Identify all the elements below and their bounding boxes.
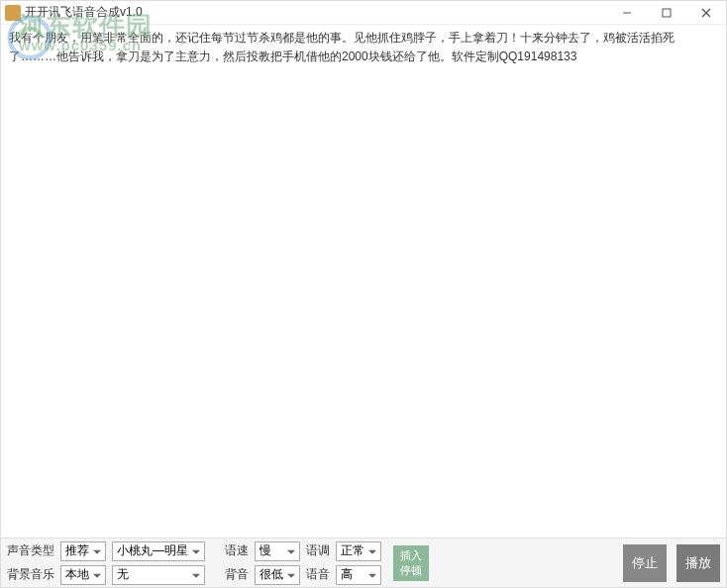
voice-type-select[interactable]: 推荐: [60, 541, 106, 561]
text-input-area[interactable]: 我有个朋友，用笔非常全面的，还记住每节过节杀鸡都是他的事。见他抓住鸡脖子，手上拿…: [1, 25, 726, 538]
svg-rect-1: [663, 9, 671, 17]
play-button[interactable]: 播放: [676, 544, 720, 582]
bg-volume-label: 背音: [225, 566, 249, 583]
tone-label: 语调: [306, 542, 330, 559]
bg-music-label: 背景音乐: [7, 566, 54, 583]
speed-label: 语速: [225, 542, 249, 559]
volume-select[interactable]: 高: [336, 565, 381, 585]
tone-select[interactable]: 正常: [336, 541, 381, 561]
insert-pause-button[interactable]: 插入 停顿: [393, 545, 429, 581]
volume-value: 高: [341, 566, 353, 583]
voice-name-select[interactable]: 小桃丸—明星: [112, 541, 205, 561]
tone-value: 正常: [341, 542, 364, 559]
voice-type-label: 声音类型: [7, 542, 54, 559]
bg-volume-value: 很低: [260, 566, 283, 583]
window-controls: [607, 1, 726, 25]
speed-value: 慢: [260, 542, 271, 559]
volume-label: 语音: [306, 566, 330, 583]
minimize-button[interactable]: [607, 1, 647, 25]
speed-select[interactable]: 慢: [255, 541, 300, 561]
bg-music-value: 无: [117, 566, 129, 583]
bg-music-source-value: 本地: [65, 566, 89, 583]
window-title: 开开讯飞语音合成v1.0: [25, 4, 143, 21]
play-label: 播放: [685, 554, 711, 572]
stop-label: 停止: [632, 554, 658, 572]
maximize-button[interactable]: [647, 1, 686, 25]
insert-pause-label: 插入 停顿: [400, 548, 422, 577]
titlebar: 开开讯飞语音合成v1.0: [1, 1, 726, 25]
text-content: 我有个朋友，用笔非常全面的，还记住每节过节杀鸡都是他的事。见他抓住鸡脖子，手上拿…: [9, 29, 718, 66]
bg-volume-select[interactable]: 很低: [255, 565, 300, 585]
voice-type-value: 推荐: [65, 542, 89, 559]
control-bar: 声音类型 推荐 小桃丸—明星 背景音乐 本地 无 语速 慢 语调 正常 背音 很…: [1, 538, 726, 587]
close-button[interactable]: [686, 1, 726, 25]
bg-music-source-select[interactable]: 本地: [60, 565, 106, 585]
app-icon: [5, 5, 21, 21]
bg-music-select[interactable]: 无: [112, 565, 205, 585]
voice-name-value: 小桃丸—明星: [117, 542, 188, 559]
stop-button[interactable]: 停止: [623, 544, 667, 582]
